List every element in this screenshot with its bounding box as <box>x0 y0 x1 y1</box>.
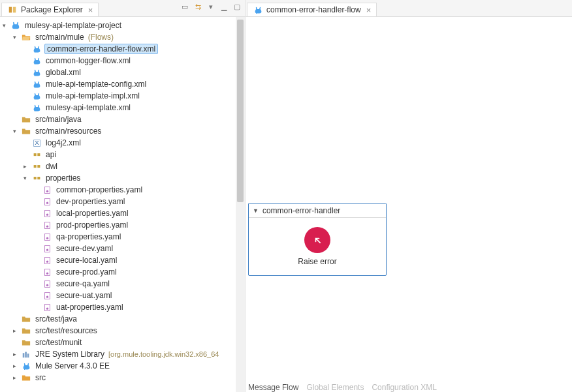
yaml-file[interactable]: ·secure-local.yaml <box>31 254 245 266</box>
mule-config-icon <box>31 44 42 54</box>
view-menu-icon[interactable]: ▾ <box>206 1 216 12</box>
yaml-file-icon <box>42 220 52 230</box>
folder-properties[interactable]: ▾properties <box>21 172 245 184</box>
file-mule-api-template-config[interactable]: ·mule-api-template-config.xml <box>21 78 245 90</box>
tab-label: common-error-handler-flow <box>266 5 361 14</box>
bottom-tab-global-elements[interactable]: Global Elements <box>306 383 364 392</box>
svg-rect-4 <box>33 153 36 156</box>
svg-point-25 <box>46 272 48 274</box>
scrollbar-thumb[interactable] <box>237 20 244 202</box>
maximize-icon[interactable]: ▢ <box>232 1 242 12</box>
raise-error-icon[interactable] <box>304 227 330 253</box>
svg-point-19 <box>46 237 48 239</box>
folder-api[interactable]: ·api <box>21 149 245 160</box>
package-folder-icon <box>21 337 31 348</box>
jre-library[interactable]: ▸JRE System Library [org.mule.tooling.jd… <box>10 348 245 360</box>
file-log4j2[interactable]: ·Xlog4j2.xml <box>21 137 245 149</box>
package-explorer-tab[interactable]: Package Explorer × <box>1 3 99 16</box>
yaml-file-icon <box>42 267 52 277</box>
mule-config-icon <box>253 5 263 15</box>
bottom-tab-config-xml[interactable]: Configuration XML <box>372 383 436 392</box>
svg-point-31 <box>46 307 48 309</box>
yaml-file[interactable]: ·secure-prod.yaml <box>31 266 245 278</box>
flow-header[interactable]: ▼ common-error-handler <box>249 204 386 218</box>
collapse-icon[interactable]: ▼ <box>253 207 259 214</box>
yaml-file[interactable]: ·secure-uat.yaml <box>31 290 245 301</box>
package-folder-icon <box>21 325 31 336</box>
file-global[interactable]: ·global.xml <box>21 67 245 78</box>
yaml-file[interactable]: ·qa-properties.yaml <box>31 231 245 243</box>
svg-rect-33 <box>25 352 27 358</box>
bottom-tab-message-flow[interactable]: Message Flow <box>248 383 298 392</box>
tree-scrollbar[interactable] <box>236 17 245 392</box>
folder-dwl[interactable]: ▸dwl <box>21 160 245 172</box>
library-icon <box>21 349 31 359</box>
svg-point-21 <box>46 249 48 250</box>
svg-rect-6 <box>33 165 36 168</box>
package-folder-icon <box>21 126 31 136</box>
yaml-file[interactable]: ·common-properties.yaml <box>31 184 245 196</box>
yaml-file-icon <box>42 243 52 254</box>
folder-src-main-mule[interactable]: ▾ src/main/mule (Flows) <box>10 31 245 43</box>
yaml-file[interactable]: ·prod-properties.yaml <box>31 219 245 231</box>
svg-rect-0 <box>9 7 12 13</box>
folder-src-test-resources[interactable]: ▸src/test/resources <box>10 325 245 337</box>
xml-file-icon: X <box>31 138 42 148</box>
folder-src-test-java[interactable]: ·src/test/java <box>10 313 245 325</box>
minimize-icon[interactable]: ▁ <box>219 1 229 12</box>
project-node[interactable]: ▾ mulesy-api-template-project <box>0 20 245 31</box>
svg-rect-8 <box>33 177 36 179</box>
mule-config-icon <box>31 55 42 66</box>
collapse-all-icon[interactable]: ▭ <box>180 1 190 12</box>
svg-rect-1 <box>13 7 16 13</box>
file-mule-api-template-impl[interactable]: ·mule-api-template-impl.xml <box>21 90 245 102</box>
yaml-file-icon <box>42 302 52 312</box>
file-mulesy-api-template[interactable]: ·mulesy-api-template.xml <box>21 102 245 113</box>
folder-src-test-munit[interactable]: ·src/test/munit <box>10 337 245 348</box>
svg-text:X: X <box>35 139 39 146</box>
mule-server[interactable]: ▸Mule Server 4.3.0 EE <box>10 360 245 372</box>
editor-tab[interactable]: common-error-handler-flow × <box>247 3 377 16</box>
package-icon <box>31 161 42 172</box>
close-icon[interactable]: × <box>88 5 93 15</box>
editor-tabbar: common-error-handler-flow × <box>246 0 572 17</box>
mule-config-icon <box>31 67 42 78</box>
yaml-file-icon <box>42 255 52 265</box>
flow-container[interactable]: ▼ common-error-handler Raise error <box>248 203 387 276</box>
yaml-file[interactable]: ·uat-properties.yaml <box>31 301 245 313</box>
svg-point-15 <box>46 213 48 215</box>
mule-config-icon <box>31 79 42 89</box>
svg-point-27 <box>46 284 48 286</box>
yaml-file[interactable]: ·secure-dev.yaml <box>31 243 245 254</box>
processor-label: Raise error <box>298 257 336 266</box>
mule-config-icon <box>31 91 42 101</box>
svg-point-29 <box>46 295 48 297</box>
close-icon[interactable]: × <box>366 5 372 15</box>
yaml-file[interactable]: ·local-properties.yaml <box>31 207 245 219</box>
mule-project-icon <box>10 20 21 31</box>
svg-rect-9 <box>37 177 40 179</box>
package-explorer-tabbar: Package Explorer × ▭ ⇆ ▾ ▁ ▢ <box>0 0 245 17</box>
package-folder-icon <box>21 114 31 125</box>
yaml-file-icon <box>42 196 52 207</box>
folder-src-main-java[interactable]: ·src/main/java <box>10 113 245 125</box>
flow-title: common-error-handler <box>262 206 340 215</box>
yaml-file[interactable]: ·secure-qa.yaml <box>31 278 245 290</box>
svg-point-17 <box>46 225 48 227</box>
folder-icon <box>21 372 31 383</box>
file-common-logger-flow[interactable]: ·common-logger-flow.xml <box>21 55 245 67</box>
svg-rect-7 <box>37 165 40 168</box>
flow-canvas[interactable]: ▼ common-error-handler Raise error Messa… <box>246 17 572 392</box>
folder-open-icon <box>21 32 31 42</box>
mule-config-icon <box>31 102 42 113</box>
svg-rect-5 <box>37 153 40 156</box>
link-editor-icon[interactable]: ⇆ <box>193 1 203 12</box>
folder-src[interactable]: ▸src <box>10 372 245 384</box>
editor-bottom-tabs: Message Flow Global Elements Configurati… <box>248 379 437 392</box>
file-common-error-handler-flow[interactable]: ·common-error-handler-flow.xml <box>21 43 245 55</box>
svg-point-11 <box>46 190 48 192</box>
yaml-file[interactable]: ·dev-properties.yaml <box>31 196 245 207</box>
svg-rect-34 <box>27 354 29 357</box>
package-explorer-tree: ▾ mulesy-api-template-project ▾ src/ma <box>0 17 245 390</box>
folder-src-main-resources[interactable]: ▾src/main/resources <box>10 125 245 137</box>
